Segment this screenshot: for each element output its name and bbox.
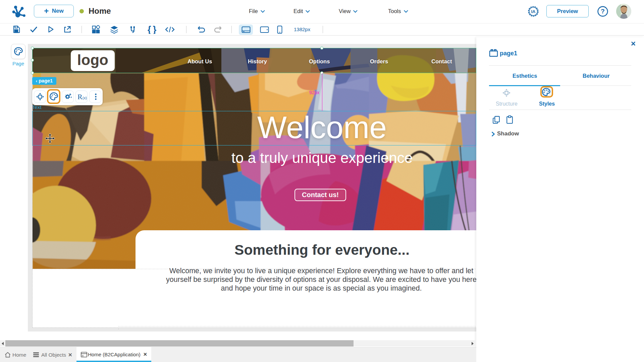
svg-text:R: R — [77, 93, 83, 101]
svg-text:{ }: { } — [148, 25, 157, 34]
svg-text:IA: IA — [531, 9, 536, 14]
svg-text:?: ? — [601, 8, 605, 15]
svg-text:(x): (x) — [83, 96, 87, 100]
